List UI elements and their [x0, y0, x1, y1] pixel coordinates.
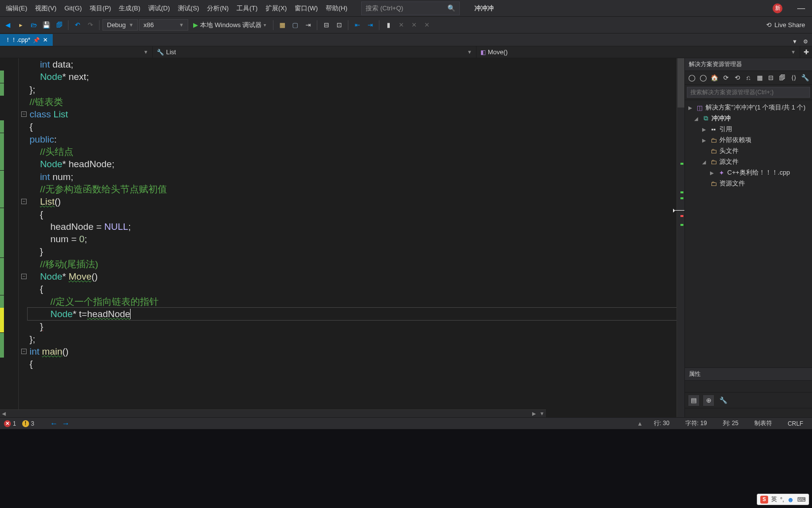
toolbar-icon-7[interactable]: ✕	[408, 19, 420, 31]
wrench-icon[interactable]: 🔧	[800, 73, 810, 83]
prop-wrench-icon[interactable]: 🔧	[717, 395, 729, 406]
member-dropdown[interactable]: ◧Move()▼	[476, 46, 800, 58]
nav-forward-arrow[interactable]: →	[62, 419, 69, 428]
back-button[interactable]: ◀	[2, 19, 14, 31]
ime-lang[interactable]: 英	[771, 495, 777, 504]
expand-icon[interactable]: ▶	[701, 138, 708, 143]
nav-back-arrow[interactable]: ←	[50, 419, 58, 428]
refresh-icon[interactable]: ⟲	[732, 73, 743, 83]
show-all-icon[interactable]: ▦	[754, 73, 765, 83]
forward-arrow-icon[interactable]: ◯	[698, 73, 709, 83]
alphabetical-icon[interactable]: ⊕	[703, 395, 714, 406]
line-ending[interactable]: CRLF	[788, 420, 803, 427]
collapse-icon[interactable]: ◢	[701, 159, 708, 165]
tab-settings-icon[interactable]: ⚙	[801, 37, 810, 46]
menu-debug[interactable]: 调试(D)	[144, 1, 174, 16]
toolbar-icon-2[interactable]: ▢	[289, 19, 301, 31]
step-icon[interactable]: ⇥	[302, 19, 314, 31]
line-indicator[interactable]: 行: 30	[654, 419, 670, 428]
file-tab-active[interactable]: ！！.cpp* 📌 ✕	[0, 34, 53, 46]
column-indicator[interactable]: 列: 25	[723, 419, 739, 428]
toolbar-icon-8[interactable]: ✕	[421, 19, 433, 31]
properties-icon[interactable]: 🗐	[777, 73, 787, 83]
global-search[interactable]: 搜索 (Ctrl+Q) 🔍	[361, 1, 460, 15]
scroll-right-arrow[interactable]: ▶	[530, 411, 538, 416]
scope-dropdown[interactable]: ▼	[0, 46, 153, 58]
expand-icon[interactable]: ▶	[701, 127, 708, 132]
toolbar-icon-1[interactable]: ▦	[276, 19, 288, 31]
minimize-icon[interactable]: —	[792, 1, 810, 16]
horizontal-scrollbar[interactable]: ◀ ▶ ▼	[0, 409, 546, 417]
menu-git[interactable]: Git(G)	[61, 1, 86, 15]
fold-toggle[interactable]: −	[21, 274, 27, 279]
menu-test[interactable]: 测试(S)	[174, 1, 203, 16]
scroll-left-arrow[interactable]: ◀	[0, 411, 8, 416]
project-node[interactable]: ◢ ⧉ 冲冲冲	[685, 113, 812, 124]
platform-combo[interactable]: x86▼	[139, 19, 188, 31]
menu-tools[interactable]: 工具(T)	[233, 1, 262, 16]
split-view-icon[interactable]: ✚	[800, 46, 812, 58]
fold-toggle[interactable]: −	[21, 349, 27, 354]
menu-build[interactable]: 生成(B)	[115, 1, 144, 16]
cpp-file-node[interactable]: ▶ ✦ C++奥利给！！！.cpp	[685, 167, 812, 178]
menu-extensions[interactable]: 扩展(X)	[262, 1, 291, 16]
ime-keyboard-icon[interactable]: ⌨	[797, 496, 806, 503]
collapse-icon[interactable]: ◢	[693, 116, 700, 121]
header-files-node[interactable]: 🗀 头文件	[685, 145, 812, 156]
scroll-down-arrow[interactable]: ▼	[538, 411, 546, 416]
live-share-button[interactable]: ⟲ Live Share	[761, 19, 810, 31]
bookmark-button[interactable]: ▮	[382, 19, 394, 31]
char-indicator[interactable]: 字符: 19	[685, 419, 707, 428]
ime-punct-icon[interactable]: °,	[780, 496, 784, 503]
solution-tree[interactable]: ▶ ◫ 解决方案"冲冲冲"(1 个项目/共 1 个) ◢ ⧉ 冲冲冲 ▶ ▪▪ …	[685, 100, 812, 367]
select-element-icon[interactable]: ▲	[637, 420, 643, 427]
redo-button[interactable]: ↷	[84, 19, 96, 31]
toolbar-icon-4[interactable]: ⊟	[320, 19, 332, 31]
menu-edit[interactable]: 编辑(E)	[2, 1, 31, 16]
sync-icon[interactable]: ⟳	[721, 73, 731, 83]
toolbar-icon-6[interactable]: ✕	[395, 19, 407, 31]
references-node[interactable]: ▶ ▪▪ 引用	[685, 124, 812, 135]
local-debugger-button[interactable]: ▶ 本地 Windows 调试器 ▾	[189, 19, 270, 31]
external-deps-node[interactable]: ▶ 🗀 外部依赖项	[685, 135, 812, 145]
new-button[interactable]: ▸	[15, 19, 27, 31]
indent-button[interactable]: ⇤	[351, 19, 363, 31]
undo-button[interactable]: ↶	[71, 19, 83, 31]
menu-help[interactable]: 帮助(H)	[322, 1, 351, 16]
notification-badge[interactable]: 新	[773, 3, 782, 13]
outdent-button[interactable]: ⇥	[364, 19, 376, 31]
back-arrow-icon[interactable]: ◯	[687, 73, 697, 83]
resource-files-node[interactable]: 🗀 资源文件	[685, 178, 812, 189]
open-button[interactable]: 🗁	[28, 19, 39, 31]
solution-root[interactable]: ▶ ◫ 解决方案"冲冲冲"(1 个项目/共 1 个)	[685, 102, 812, 113]
toolbar-icon-5[interactable]: ⊡	[333, 19, 345, 31]
menu-window[interactable]: 窗口(W)	[291, 1, 322, 16]
insert-mode[interactable]: 制表符	[754, 419, 772, 428]
save-all-button[interactable]: 🗐	[53, 19, 65, 31]
tab-dropdown-icon[interactable]: ▼	[790, 37, 799, 46]
fold-toggle[interactable]: −	[21, 111, 27, 117]
filter-icon[interactable]: ⎌	[744, 73, 754, 83]
ime-face-icon[interactable]: ☻	[787, 496, 794, 504]
ime-toolbar[interactable]: S 英 °, ☻ ⌨	[757, 494, 809, 505]
warning-count[interactable]: ! 3	[22, 420, 34, 427]
fold-toggle[interactable]: −	[21, 199, 27, 204]
categorized-icon[interactable]: ▤	[688, 395, 700, 406]
pushpin-icon[interactable]: 📌	[33, 37, 40, 43]
class-dropdown[interactable]: 🔧List▼	[153, 46, 476, 58]
expand-icon[interactable]: ▶	[687, 105, 694, 110]
home-icon[interactable]: 🏠	[710, 73, 720, 83]
menu-project[interactable]: 项目(P)	[86, 1, 115, 16]
view-code-icon[interactable]: ⟨⟩	[788, 73, 799, 83]
save-button[interactable]: 💾	[40, 19, 52, 31]
error-count[interactable]: ✕ 1	[4, 420, 16, 427]
menu-view[interactable]: 视图(V)	[31, 1, 60, 16]
expand-icon[interactable]: ▶	[709, 170, 715, 176]
solution-search-box[interactable]	[685, 85, 812, 100]
collapse-all-icon[interactable]: ⊟	[766, 73, 776, 83]
source-files-node[interactable]: ◢ 🗀 源文件	[685, 156, 812, 167]
config-combo[interactable]: Debug▼	[102, 19, 138, 31]
menu-analyze[interactable]: 分析(N)	[203, 1, 233, 16]
close-icon[interactable]: ✕	[43, 36, 48, 43]
solution-search-input[interactable]	[687, 87, 810, 98]
